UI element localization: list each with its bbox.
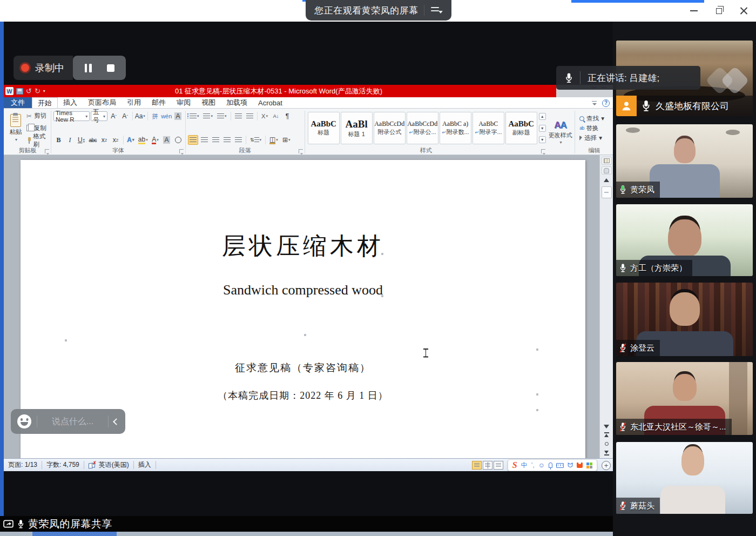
strikethrough-button[interactable]: abc xyxy=(87,135,98,145)
copy-button[interactable]: 复制 xyxy=(25,124,49,133)
participant-video[interactable]: 黄荣凤 xyxy=(616,124,753,198)
tab-acrobat[interactable]: Acrobat xyxy=(253,97,288,108)
scrollbar-thumb[interactable] xyxy=(602,186,612,198)
style-card[interactable]: AaBbCcDdE 1) ↵附录公... xyxy=(407,112,438,144)
tab-mailings[interactable]: 邮件 xyxy=(146,97,171,108)
browse-object-button[interactable] xyxy=(602,440,612,448)
text-effects-button[interactable]: A▾ xyxy=(125,135,136,145)
stop-recording-button[interactable] xyxy=(101,58,120,78)
paragraph-dialog-launcher[interactable] xyxy=(299,149,303,153)
emoji-icon[interactable] xyxy=(17,414,31,428)
redo-icon[interactable]: ↻ xyxy=(35,88,40,95)
tab-file[interactable]: 文件 xyxy=(4,97,32,108)
word-logo-icon[interactable]: W xyxy=(5,87,14,95)
grow-font-button[interactable]: Aˆ xyxy=(109,111,119,121)
word-count[interactable]: 字数: 4,759 xyxy=(42,459,84,471)
pan-button[interactable] xyxy=(602,166,612,175)
format-painter-button[interactable]: 格式刷 xyxy=(25,136,49,145)
bullets-button[interactable]: ▾ xyxy=(188,111,201,121)
character-shading-button[interactable]: A xyxy=(161,135,172,145)
participant-video[interactable]: 东北亚大汉社区～徐哥～... xyxy=(616,362,753,435)
tab-references[interactable]: 引用 xyxy=(122,97,146,108)
scroll-down-button[interactable] xyxy=(602,423,612,431)
align-center-button[interactable] xyxy=(199,135,210,145)
skin-icon[interactable] xyxy=(577,463,583,468)
select-button[interactable]: 选择▾ xyxy=(579,133,604,142)
bold-button[interactable]: B xyxy=(53,135,64,145)
page-indicator[interactable]: 页面: 1/13 xyxy=(4,459,42,471)
subscript-button[interactable]: x2 xyxy=(99,135,110,145)
soft-keyboard-icon[interactable] xyxy=(556,463,564,468)
shrink-font-button[interactable]: Aˇ xyxy=(120,111,130,121)
superscript-button[interactable]: x2 xyxy=(111,135,121,145)
tab-page-layout[interactable]: 页面布局 xyxy=(83,97,122,108)
enclose-characters-button[interactable] xyxy=(173,135,183,145)
tab-insert[interactable]: 插入 xyxy=(58,97,83,108)
web-layout-view-button[interactable] xyxy=(494,461,503,470)
banner-menu-icon[interactable] xyxy=(430,5,443,15)
previous-page-button[interactable] xyxy=(602,431,612,439)
italic-button[interactable]: I xyxy=(65,135,75,145)
style-card[interactable]: AaBbC a) ↵附录数... xyxy=(440,112,471,144)
replace-button[interactable]: ab替换 xyxy=(579,124,604,132)
tab-addins[interactable]: 加载项 xyxy=(221,97,253,108)
style-card[interactable]: AaBbC ↵附录字... xyxy=(473,112,504,144)
chat-quick-input[interactable]: 说点什么... xyxy=(11,409,125,434)
collapse-chat-icon[interactable] xyxy=(113,418,120,425)
emoji-input-icon[interactable]: ☺ xyxy=(538,461,545,469)
change-case-button[interactable]: Aa▾ xyxy=(135,111,145,121)
restore-button[interactable] xyxy=(706,0,731,22)
language-indicator[interactable]: 英语(美国) xyxy=(84,459,133,471)
styles-scroll-up[interactable]: ▲ xyxy=(539,113,546,120)
qat-dropdown-icon[interactable]: ▾ xyxy=(43,89,45,93)
sogou-logo-icon[interactable]: S xyxy=(512,460,517,470)
font-color-button[interactable]: A▾ xyxy=(150,135,160,145)
account-icon[interactable]: ᗢ xyxy=(568,461,573,469)
style-card[interactable]: AaBbCcDdE 附录公式 xyxy=(374,112,406,144)
justify-button[interactable] xyxy=(222,135,232,145)
chinese-mode-icon[interactable]: 中 xyxy=(521,461,528,470)
borders-button[interactable]: ⊞▾ xyxy=(281,135,292,145)
participant-video[interactable]: 方工（方崇荣） xyxy=(616,204,753,276)
tab-home[interactable]: 开始 xyxy=(32,97,58,108)
styles-scroll-down[interactable]: ▼ xyxy=(539,125,546,132)
increase-indent-button[interactable] xyxy=(245,111,255,121)
minimize-button[interactable] xyxy=(681,0,706,22)
style-card[interactable]: AaBbC 标题 xyxy=(308,112,340,144)
cut-button[interactable]: ✂剪切 xyxy=(25,111,49,120)
change-styles-button[interactable]: AA 更改样式 ▾ xyxy=(546,110,575,155)
align-right-button[interactable] xyxy=(211,135,221,145)
print-layout-view-button[interactable] xyxy=(472,461,482,470)
participant-video[interactable]: 蘑菇头 xyxy=(616,442,753,514)
voice-input-icon[interactable] xyxy=(549,463,552,468)
highlight-button[interactable]: ab▾ xyxy=(137,135,149,145)
style-card[interactable]: AaBbC 副标题 xyxy=(505,112,537,144)
multilevel-list-button[interactable]: ▾ xyxy=(215,111,228,121)
tab-view[interactable]: 视图 xyxy=(196,97,221,108)
insert-mode-indicator[interactable]: 插入 xyxy=(134,459,156,471)
styles-more[interactable]: ▼ xyxy=(539,136,546,143)
sort-button[interactable]: A↓ xyxy=(271,111,281,121)
close-button[interactable] xyxy=(731,0,756,22)
clipboard-dialog-launcher[interactable] xyxy=(45,149,49,153)
show-marks-button[interactable]: ¶ xyxy=(282,111,293,121)
numbering-button[interactable]: ▾ xyxy=(201,111,214,121)
toolbox-icon[interactable] xyxy=(586,463,592,468)
underline-button[interactable]: U▾ xyxy=(76,135,86,145)
character-border-button[interactable]: A xyxy=(173,111,183,121)
asian-layout-button[interactable]: X▾ xyxy=(260,111,270,121)
style-card[interactable]: AaBl 标题 1 xyxy=(341,112,373,144)
scroll-up-button[interactable] xyxy=(602,176,612,184)
font-size-select[interactable]: 五号▾ xyxy=(91,111,107,121)
minimize-ribbon-icon[interactable] xyxy=(591,100,598,106)
find-button[interactable]: 查找▾ xyxy=(579,114,604,123)
zoom-in-button[interactable]: + xyxy=(602,461,611,470)
chat-placeholder[interactable]: 说点什么... xyxy=(43,416,103,427)
shading-button[interactable]: ◫▾ xyxy=(268,135,280,145)
align-left-button[interactable] xyxy=(188,135,198,145)
font-name-select[interactable]: Times New R▾ xyxy=(53,111,90,121)
font-dialog-launcher[interactable] xyxy=(179,149,184,153)
line-spacing-button[interactable]: ⇅▾ xyxy=(248,135,263,145)
phonetic-guide-button[interactable]: wén xyxy=(161,111,172,121)
decrease-indent-button[interactable] xyxy=(233,111,244,121)
